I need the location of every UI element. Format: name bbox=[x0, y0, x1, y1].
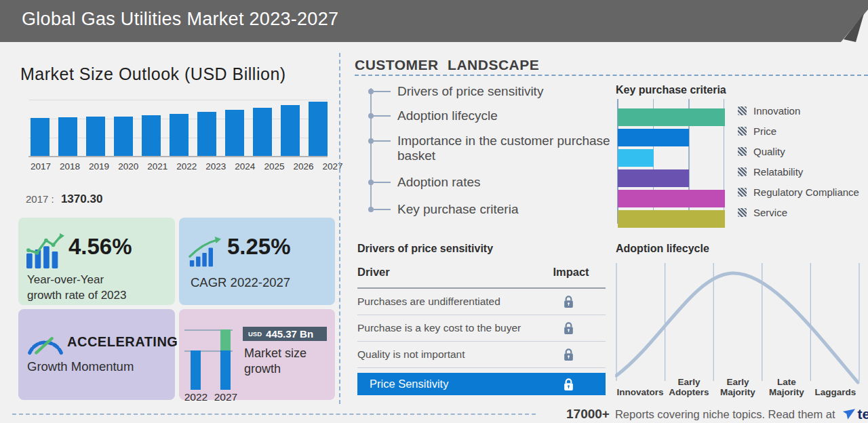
bullet-label: Key purchase criteria bbox=[397, 202, 518, 217]
criteria-bar bbox=[618, 108, 725, 126]
infographic-page: Global Gas Utilities Market 2023-2027 Ma… bbox=[0, 0, 868, 423]
customer-landscape-item: Key purchase criteria bbox=[368, 202, 518, 217]
logo-tech: tech bbox=[858, 406, 868, 422]
bullet-dot-icon bbox=[368, 89, 374, 94]
market-outlook-title: Market Size Outlook (USD Billion) bbox=[20, 64, 286, 84]
legend-swatch-icon bbox=[738, 147, 747, 156]
bullet-dot-icon bbox=[368, 113, 374, 119]
customer-landscape-item: Drivers of price sensitivity bbox=[368, 84, 543, 99]
cagr-value: 5.25% bbox=[227, 234, 291, 260]
legend-label: Relatability bbox=[753, 166, 803, 178]
vertical-dashed-divider bbox=[339, 53, 340, 404]
criteria-bar bbox=[618, 190, 725, 207]
price-sensitivity-title: Drivers of price sensitivity bbox=[357, 243, 493, 255]
cagr-label: CAGR 2022-2027 bbox=[191, 275, 290, 290]
page-curl-decoration bbox=[833, 0, 868, 42]
page-title: Global Gas Utilities Market 2023-2027 bbox=[22, 9, 338, 30]
customer-landscape-title: CUSTOMER LANDSCAPE bbox=[355, 57, 539, 73]
bar-chart-trend-icon bbox=[26, 233, 65, 269]
year-label: 2024 bbox=[235, 161, 255, 172]
growth-arrow-icon bbox=[189, 235, 221, 269]
table-row: Purchase is a key cost to the buyer bbox=[357, 315, 606, 342]
year-label: 2025 bbox=[264, 161, 284, 172]
market-size-bars bbox=[31, 92, 328, 156]
market-size-bar bbox=[197, 112, 216, 156]
bullet-connector bbox=[374, 115, 391, 117]
legend-item: Innovation bbox=[738, 102, 859, 119]
price-sensitivity-highlight-row: Price Sensitivity bbox=[357, 373, 606, 395]
bullet-connector bbox=[374, 182, 391, 183]
market-size-bar bbox=[142, 115, 161, 156]
year-label: 2019 bbox=[89, 161, 109, 172]
dashed-underline bbox=[355, 75, 868, 76]
market-size-bar bbox=[309, 102, 328, 156]
market-size-bar bbox=[225, 110, 244, 156]
footer-dashed-line bbox=[12, 414, 536, 415]
bullet-connector bbox=[374, 209, 391, 210]
mini-year-end: 2027 bbox=[214, 391, 238, 403]
momentum-value: ACCELERATING bbox=[67, 334, 178, 350]
market-size-bar bbox=[114, 117, 133, 156]
customer-landscape-item: Importance in the customer purchase bask… bbox=[368, 134, 614, 163]
speedometer-icon bbox=[26, 327, 65, 357]
x-axis-line bbox=[28, 156, 328, 157]
table-header: Driver Impact bbox=[357, 266, 606, 289]
legend-swatch-icon bbox=[738, 167, 747, 176]
footer-text: Reports covering niche topics. Read them… bbox=[615, 408, 835, 421]
lock-icon bbox=[563, 347, 574, 362]
year-label: 2018 bbox=[60, 161, 80, 172]
driver-column-header: Driver bbox=[357, 266, 390, 278]
price-sensitivity-table: Driver Impact Purchases are undifferenti… bbox=[357, 266, 606, 395]
technavio-logo: tech navio ™ bbox=[842, 406, 868, 422]
lifecycle-stage-label: Late Majority bbox=[762, 377, 811, 397]
mini-bar-2022 bbox=[191, 350, 201, 390]
market-size-bar bbox=[170, 114, 189, 156]
market-size-bar bbox=[31, 118, 50, 156]
momentum-label: Growth Momentum bbox=[27, 359, 134, 374]
cagr-card: 5.25% CAGR 2022-2027 bbox=[179, 218, 335, 305]
year-label: 2020 bbox=[118, 161, 138, 172]
bullet-connector bbox=[374, 91, 391, 92]
legend-label: Regulatory Compliance bbox=[753, 186, 859, 198]
lifecycle-stage-label: Laggards bbox=[811, 387, 860, 397]
year-label: 2022 bbox=[176, 161, 197, 172]
bullet-label: Adoption lifecycle bbox=[397, 108, 498, 123]
impact-column-header: Impact bbox=[547, 266, 595, 279]
lifecycle-stage-label: Early Majority bbox=[713, 377, 762, 397]
base-year-number: 1370.30 bbox=[61, 193, 102, 205]
kpc-legend: InnovationPriceQualityRelatabilityRegula… bbox=[738, 102, 859, 224]
criteria-bar bbox=[618, 149, 654, 167]
lock-icon bbox=[563, 321, 574, 336]
x-axis-labels: 2017201820192020202120222023202420252026… bbox=[31, 161, 343, 172]
yoy-value: 4.56% bbox=[68, 234, 132, 260]
header-bar: Global Gas Utilities Market 2023-2027 bbox=[0, 0, 868, 42]
mini-bar-2027 bbox=[220, 350, 231, 390]
market-size-bar bbox=[253, 108, 272, 156]
table-row: Quality is not important bbox=[357, 342, 606, 368]
legend-item: Service bbox=[738, 203, 859, 221]
bullet-dot-icon bbox=[368, 138, 374, 144]
bullet-label: Importance in the customer purchase bask… bbox=[397, 134, 614, 163]
criteria-bar bbox=[618, 129, 689, 146]
market-size-bar bbox=[86, 117, 105, 156]
legend-item: Regulatory Compliance bbox=[738, 183, 859, 201]
bullet-dot-icon bbox=[368, 207, 374, 212]
legend-item: Quality bbox=[738, 142, 859, 160]
lock-icon bbox=[563, 294, 574, 309]
adoption-lifecycle-title: Adoption lifecycle bbox=[616, 243, 709, 255]
mini-bar-2027-increment bbox=[220, 329, 231, 350]
legend-label: Service bbox=[753, 207, 787, 218]
bullet-dot-icon bbox=[368, 180, 374, 185]
year-label: 2017 bbox=[31, 161, 51, 172]
market-size-bar bbox=[281, 105, 300, 156]
growth-label: Market size growth bbox=[244, 346, 331, 377]
year-label: 2026 bbox=[293, 161, 313, 172]
legend-label: Innovation bbox=[753, 105, 800, 117]
market-size-bar bbox=[58, 117, 77, 156]
bullet-label: Drivers of price sensitivity bbox=[397, 84, 543, 99]
technavio-logo-icon bbox=[842, 408, 856, 421]
kpc-bar-chart bbox=[618, 108, 725, 230]
growth-amount-badge: USD 445.37 Bn bbox=[243, 327, 327, 341]
legend-label: Quality bbox=[753, 146, 785, 157]
year-label: 2021 bbox=[147, 161, 167, 172]
